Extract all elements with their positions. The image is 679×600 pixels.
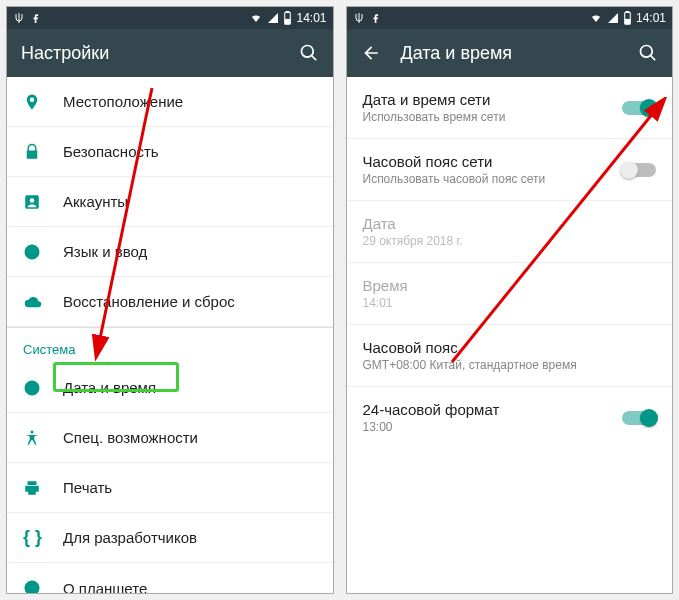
row-primary: Часовой пояс bbox=[363, 339, 657, 356]
row-date: Дата 29 октября 2018 г. bbox=[347, 201, 673, 263]
item-label: Местоположение bbox=[63, 93, 317, 110]
lock-icon bbox=[23, 143, 41, 161]
settings-item-security[interactable]: Безопасность bbox=[7, 127, 333, 177]
settings-item-accounts[interactable]: Аккаунты bbox=[7, 177, 333, 227]
switch-auto-datetime[interactable] bbox=[622, 101, 656, 115]
app-bar: Настройки bbox=[7, 29, 333, 77]
settings-item-language[interactable]: Язык и ввод bbox=[7, 227, 333, 277]
facebook-icon bbox=[371, 13, 381, 23]
phone-datetime: 14:01 Дата и время Дата и время сети Исп… bbox=[346, 6, 674, 594]
section-header-system: Система bbox=[7, 327, 333, 363]
item-label: Восстановление и сброс bbox=[63, 293, 317, 310]
settings-item-datetime[interactable]: Дата и время bbox=[7, 363, 333, 413]
location-icon bbox=[23, 93, 41, 111]
status-bar: 14:01 bbox=[7, 7, 333, 29]
svg-point-4 bbox=[30, 198, 35, 203]
datetime-list: Дата и время сети Использовать время сет… bbox=[347, 77, 673, 593]
settings-item-developer[interactable]: { } Для разработчиков bbox=[7, 513, 333, 563]
wifi-icon bbox=[249, 12, 263, 24]
item-label: Безопасность bbox=[63, 143, 317, 160]
row-auto-timezone[interactable]: Часовой пояс сети Использовать часовой п… bbox=[347, 139, 673, 201]
row-timezone[interactable]: Часовой пояс GMT+08:00 Китай, стандартно… bbox=[347, 325, 673, 387]
item-label: Дата и время bbox=[63, 379, 317, 396]
settings-item-location[interactable]: Местоположение bbox=[7, 77, 333, 127]
app-bar: Дата и время bbox=[347, 29, 673, 77]
svg-point-7 bbox=[31, 430, 34, 433]
psi-icon bbox=[353, 12, 365, 24]
psi-icon bbox=[13, 12, 25, 24]
signal-icon bbox=[267, 12, 279, 24]
item-label: Спец. возможности bbox=[63, 429, 317, 446]
settings-list: Местоположение Безопасность Аккаунты Язы… bbox=[7, 77, 333, 593]
settings-item-accessibility[interactable]: Спец. возможности bbox=[7, 413, 333, 463]
row-secondary: 13:00 bbox=[363, 420, 623, 434]
row-primary: Дата bbox=[363, 215, 657, 232]
row-secondary: GMT+08:00 Китай, стандартное время bbox=[363, 358, 657, 372]
settings-item-backup[interactable]: Восстановление и сброс bbox=[7, 277, 333, 327]
row-secondary: 14:01 bbox=[363, 296, 657, 310]
search-icon[interactable] bbox=[638, 43, 658, 63]
status-time: 14:01 bbox=[636, 11, 666, 25]
print-icon bbox=[23, 479, 41, 497]
cloud-icon bbox=[23, 293, 43, 311]
braces-icon: { } bbox=[23, 527, 42, 548]
row-24h[interactable]: 24-часовой формат 13:00 bbox=[347, 387, 673, 448]
item-label: Язык и ввод bbox=[63, 243, 317, 260]
switch-auto-timezone[interactable] bbox=[622, 163, 656, 177]
svg-rect-2 bbox=[286, 19, 290, 23]
switch-24h[interactable] bbox=[622, 411, 656, 425]
page-title: Настройки bbox=[21, 43, 279, 64]
facebook-icon bbox=[31, 13, 41, 23]
settings-item-print[interactable]: Печать bbox=[7, 463, 333, 513]
row-primary: Время bbox=[363, 277, 657, 294]
accessibility-icon bbox=[23, 429, 41, 447]
item-label: Аккаунты bbox=[63, 193, 317, 210]
item-label: Печать bbox=[63, 479, 317, 496]
row-auto-datetime[interactable]: Дата и время сети Использовать время сет… bbox=[347, 77, 673, 139]
clock-icon bbox=[23, 379, 41, 397]
row-secondary: Использовать часовой пояс сети bbox=[363, 172, 623, 186]
wifi-icon bbox=[589, 12, 603, 24]
row-primary: Дата и время сети bbox=[363, 91, 623, 108]
row-primary: Часовой пояс сети bbox=[363, 153, 623, 170]
account-icon bbox=[23, 193, 41, 211]
svg-point-10 bbox=[31, 584, 33, 586]
row-time: Время 14:01 bbox=[347, 263, 673, 325]
info-icon bbox=[23, 579, 41, 593]
row-secondary: Использовать время сети bbox=[363, 110, 623, 124]
status-time: 14:01 bbox=[296, 11, 326, 25]
status-bar: 14:01 bbox=[347, 7, 673, 29]
settings-item-about[interactable]: О планшете bbox=[7, 563, 333, 593]
signal-icon bbox=[607, 12, 619, 24]
battery-icon bbox=[623, 11, 632, 25]
row-primary: 24-часовой формат bbox=[363, 401, 623, 418]
svg-rect-14 bbox=[625, 19, 629, 23]
phone-settings: 14:01 Настройки Местоположение Безопасно… bbox=[6, 6, 334, 594]
search-icon[interactable] bbox=[299, 43, 319, 63]
back-icon[interactable] bbox=[361, 43, 381, 63]
page-title: Дата и время bbox=[401, 43, 619, 64]
item-label: О планшете bbox=[63, 580, 317, 594]
row-secondary: 29 октября 2018 г. bbox=[363, 234, 657, 248]
item-label: Для разработчиков bbox=[63, 529, 317, 546]
battery-icon bbox=[283, 11, 292, 25]
svg-rect-1 bbox=[287, 11, 290, 12]
globe-icon bbox=[23, 243, 41, 261]
svg-rect-13 bbox=[626, 11, 629, 12]
